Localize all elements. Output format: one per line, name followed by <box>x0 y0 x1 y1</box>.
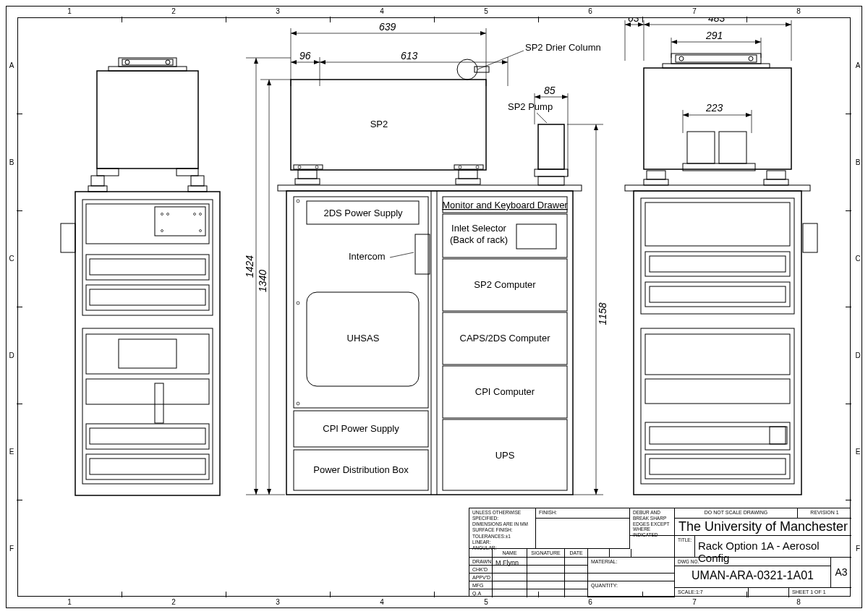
tb-material: MATERIAL: <box>588 558 675 574</box>
svg-rect-153 <box>770 427 787 444</box>
tb-scale: SCALE:1:7 <box>675 588 749 597</box>
svg-point-19 <box>194 213 196 216</box>
svg-rect-5 <box>97 71 198 169</box>
svg-rect-6 <box>97 169 119 176</box>
svg-rect-32 <box>86 424 209 449</box>
svg-rect-14 <box>82 200 213 315</box>
zone-col-4-bot: 4 <box>346 598 418 606</box>
dim-613: 613 <box>401 50 418 61</box>
svg-rect-60 <box>295 179 320 184</box>
svg-rect-9 <box>191 176 204 186</box>
zone-row-E-right: E <box>854 416 862 488</box>
tb-name-hdr: NAME <box>493 549 527 558</box>
zone-row-D-right: D <box>854 319 862 391</box>
svg-marker-112 <box>786 22 791 27</box>
svg-point-83 <box>297 402 299 405</box>
dim-85: 85 <box>544 85 556 96</box>
center-view: 639 96 613 SP2 Drier Column SP2 SP2 Pump <box>244 21 608 495</box>
svg-rect-78 <box>415 234 430 274</box>
svg-rect-8 <box>91 176 104 186</box>
zone-row-C-left: C <box>7 223 16 295</box>
tb-mfg: MFG <box>469 581 493 589</box>
zone-col-8-top: 8 <box>762 7 835 15</box>
svg-rect-15 <box>86 204 209 244</box>
tb-c3 <box>631 549 675 558</box>
svg-rect-139 <box>625 185 810 191</box>
label-uhsas: UHSAS <box>347 333 380 344</box>
tb-drawn-lbl: DRAWN <box>469 558 493 566</box>
svg-rect-122 <box>676 55 757 62</box>
svg-marker-97 <box>267 80 271 85</box>
label-pdb: Power Distribution Box <box>313 464 409 475</box>
tb-appvd: APPV'D <box>469 574 493 581</box>
svg-marker-129 <box>746 113 752 117</box>
tb-title: Rack Option 1A - Aerosol Config <box>695 536 851 558</box>
svg-marker-128 <box>683 113 689 117</box>
dim-1158: 1158 <box>597 302 608 325</box>
svg-rect-12 <box>75 192 220 495</box>
tb-blank0 <box>469 549 493 558</box>
tb-title-lbl: TITLE: <box>675 536 695 558</box>
zone-col-7-top: 7 <box>658 7 731 15</box>
dim-639: 639 <box>379 21 396 33</box>
zone-col-6-bot: 6 <box>554 598 626 606</box>
zone-row-A-right: A <box>854 30 862 102</box>
svg-rect-137 <box>767 171 786 179</box>
svg-marker-95 <box>254 489 258 495</box>
svg-rect-126 <box>644 68 791 169</box>
label-caps-comp: CAPS/2DS Computer <box>460 333 551 344</box>
tb-sheet: SHEET 1 OF 1 <box>789 588 851 597</box>
svg-rect-10 <box>88 186 107 192</box>
svg-rect-27 <box>82 328 213 484</box>
svg-point-2 <box>125 60 129 64</box>
svg-point-55 <box>298 166 301 169</box>
svg-point-17 <box>161 213 163 216</box>
svg-point-123 <box>679 56 684 61</box>
title-block: UNLESS OTHERWISE SPECIFIED: DIMENSIONS A… <box>469 508 851 597</box>
svg-marker-117 <box>671 40 677 44</box>
tb-sig-hdr: SIGNATURE <box>527 549 565 558</box>
svg-rect-140 <box>634 191 801 495</box>
dim-291: 291 <box>705 30 723 41</box>
tb-chkd: CHK'D <box>469 566 493 574</box>
svg-point-58 <box>476 166 479 169</box>
zone-col-1-top: 1 <box>33 7 106 15</box>
zone-row-C-right: C <box>854 223 862 295</box>
svg-rect-138 <box>764 179 788 185</box>
svg-rect-29 <box>119 339 176 368</box>
svg-rect-143 <box>645 202 790 246</box>
svg-point-3 <box>166 60 170 64</box>
tb-dwgno: UMAN-ARA-0321-1A01 <box>675 566 831 588</box>
tb-d1 <box>527 558 565 566</box>
svg-rect-144 <box>645 252 790 276</box>
svg-rect-145 <box>650 256 786 272</box>
tb-qa: Q.A <box>469 589 493 597</box>
svg-marker-46 <box>502 60 508 64</box>
left-view <box>61 58 220 495</box>
zone-col-1-bot: 1 <box>33 598 106 606</box>
zone-col-8-bot: 8 <box>762 598 835 606</box>
tb-dwgno-lbl: DWG NO. <box>675 558 831 566</box>
tb-revision: REVISION 1 <box>798 508 851 519</box>
svg-rect-152 <box>650 427 786 444</box>
svg-marker-111 <box>644 22 650 27</box>
svg-marker-42 <box>291 60 297 64</box>
svg-marker-43 <box>314 60 320 64</box>
label-2ds-ps: 2DS Power Supply <box>323 208 403 218</box>
dim-96: 96 <box>299 50 311 61</box>
svg-rect-63 <box>538 124 564 169</box>
tb-org: The University of Manchester <box>675 519 851 536</box>
zone-row-E-left: E <box>7 416 16 488</box>
zone-row-D-left: D <box>7 319 16 391</box>
svg-rect-132 <box>687 132 715 163</box>
svg-marker-94 <box>254 58 258 64</box>
tb-c2 <box>610 549 631 558</box>
zone-col-2-top: 2 <box>137 7 210 15</box>
tb-finish: FINISH: <box>536 508 630 519</box>
svg-rect-64 <box>535 169 568 176</box>
svg-marker-98 <box>267 489 271 495</box>
svg-rect-136 <box>644 179 668 185</box>
svg-rect-4 <box>109 67 187 71</box>
tb-d2 <box>565 558 588 566</box>
dim-483: 483 <box>708 17 726 24</box>
